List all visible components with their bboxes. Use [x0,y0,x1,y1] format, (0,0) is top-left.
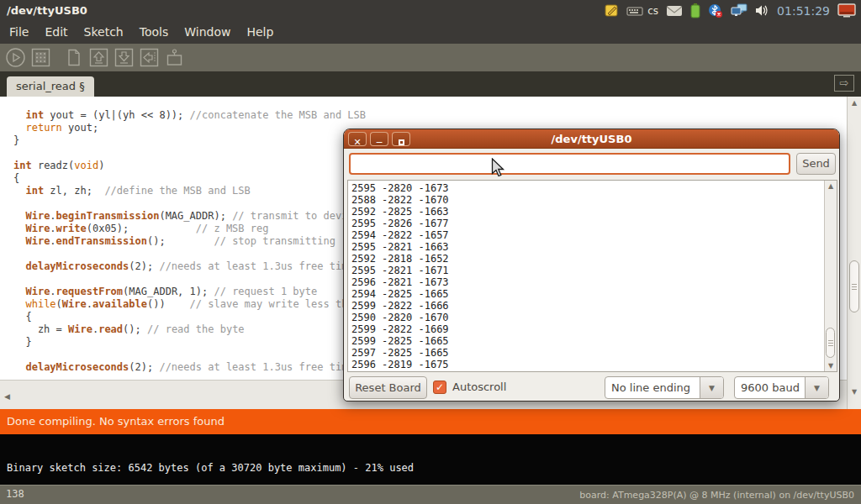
autoscroll-label: Autoscroll [452,381,506,393]
code-line: Wire.write(0x05); // z MSB reg [13,223,366,235]
chevron-down-icon[interactable]: ▼ [805,377,828,398]
code-line: int zl, zh; //define the MSB and LSB [13,185,366,197]
serial-monitor-window: ✕ ─ /dev/ttyUSB0 Send 2595 -2820 -1673 2… [343,129,840,402]
line-ending-value: No line ending [605,377,700,398]
code-line: { [13,311,366,323]
stop-button[interactable] [30,47,51,68]
code-line: int readz(void) [13,160,366,172]
board-info: board: ATmega328P(A) @ 8 MHz (internal) … [579,490,854,501]
mail-icon[interactable] [666,5,683,17]
menu-tools[interactable]: Tools [137,21,172,44]
baud-rate-dropdown[interactable]: 9600 baud ▼ [734,376,829,399]
menu-help[interactable]: Help [244,21,276,44]
menu-sketch[interactable]: Sketch [82,21,126,44]
code-line: while(Wire.available()) // slave may wri… [13,298,366,311]
serial-scroll-up-icon[interactable]: ▲ [825,182,837,190]
toolbar [0,44,861,71]
new-sketch-button[interactable] [63,47,84,68]
serial-output-text: 2595 -2820 -1673 2588 -2822 -1670 2592 -… [351,182,449,370]
editor-scrollbar-thumb[interactable] [849,260,859,312]
keyboard-icon[interactable] [626,5,643,17]
code-line [13,273,366,286]
serial-scrollbar-thumb[interactable] [826,328,835,358]
check-icon: ✓ [436,381,444,393]
editor-vertical-scrollbar[interactable]: ▲ ▼ [847,97,861,409]
tab-serial-read[interactable]: serial_read § [7,76,94,97]
menu-edit[interactable]: Edit [42,21,70,44]
code-line: Wire.requestFrom(MAG_ADDR, 1); // reques… [13,286,366,298]
serial-monitor-titlebar[interactable]: ✕ ─ /dev/ttyUSB0 [344,129,839,149]
send-button[interactable]: Send [796,153,836,175]
serial-monitor-icon [164,47,185,68]
tab-menu-button[interactable]: ⇨ [834,75,854,92]
battery-icon[interactable] [690,3,700,18]
up-arrow-icon [88,47,109,68]
console-output: Binary sketch size: 6542 bytes (of a 307… [7,462,414,474]
code-line: zh = Wire.read(); // read the byte [13,323,366,336]
serial-monitor-title: /dev/ttyUSB0 [344,129,839,149]
scroll-down-icon[interactable]: ▼ [848,388,861,396]
verify-button[interactable] [5,47,26,68]
line-number: 138 [6,488,24,500]
right-arrow-icon [139,47,160,68]
code-line [13,349,366,361]
serial-monitor-button[interactable] [164,47,185,68]
volume-icon[interactable] [755,4,769,17]
autoscroll-checkbox[interactable]: ✓ [433,381,446,394]
baud-rate-value: 9600 baud [735,377,805,398]
serial-output-area[interactable]: 2595 -2820 -1673 2588 -2822 -1670 2592 -… [347,180,837,372]
stop-icon [30,47,51,68]
code-line: Wire.beginTransmission(MAG_ADDR); // tra… [13,210,366,223]
top-panel: /dev/ttyUSB0 cs 01:51:29 [0,0,861,21]
code-line: Wire.endTransmission(); // stop transmit… [13,235,366,248]
tab-bar: serial_read § ⇨ [0,71,861,97]
chevron-down-icon[interactable]: ▼ [700,377,723,398]
code-line: } [13,134,366,147]
network-icon[interactable] [731,3,747,18]
status-footer: 138 board: ATmega328P(A) @ 8 MHz (intern… [0,485,861,504]
upload-button[interactable] [139,47,160,68]
line-ending-dropdown[interactable]: No line ending ▼ [605,376,724,399]
menu-file[interactable]: File [7,21,31,44]
code-line: { [13,172,366,185]
code-line: } [13,336,366,349]
serial-scroll-down-icon[interactable]: ▼ [825,362,837,370]
save-button[interactable] [114,47,135,68]
new-document-icon [63,47,84,68]
build-console: Binary sketch size: 6542 bytes (of a 307… [0,434,861,485]
code-line [13,248,366,260]
code-line [13,197,366,210]
code-line: delayMicroseconds(2); //needs at least 1… [13,361,366,374]
reset-board-button[interactable]: Reset Board [349,376,427,399]
clock[interactable]: 01:51:29 [777,4,830,18]
code-content: int yout = (yl|(yh << 8)); //concatenate… [13,109,366,374]
down-arrow-icon [114,47,135,68]
system-tray: cs 01:51:29 [605,0,859,21]
code-line: int yout = (yl|(yh << 8)); //concatenate… [13,109,366,122]
menu-window[interactable]: Window [182,21,233,44]
code-line: return yout; [13,122,366,134]
serial-send-input[interactable] [349,153,790,175]
keyboard-layout-label[interactable]: cs [647,5,658,17]
session-icon[interactable] [837,3,856,18]
note-icon[interactable] [605,3,619,18]
scroll-up-icon[interactable]: ▲ [848,99,861,107]
compile-status-bar: Done compiling. No syntax errors found [0,409,861,434]
serial-monitor-controls: Reset Board ✓ Autoscroll No line ending … [344,376,839,399]
scroll-left-icon[interactable]: ◀ [4,392,10,401]
panel-window-title: /dev/ttyUSB0 [7,0,87,21]
verify-icon [5,47,26,68]
serial-scrollbar[interactable]: ▲ ▼ [824,181,837,371]
code-line [13,147,366,160]
menu-bar: File Edit Sketch Tools Window Help [0,21,861,44]
compile-status-message: Done compiling. No syntax errors found [7,415,224,428]
bluetooth-icon[interactable] [708,3,723,18]
open-button[interactable] [88,47,109,68]
code-line: delayMicroseconds(2); //needs at least 1… [13,260,366,273]
